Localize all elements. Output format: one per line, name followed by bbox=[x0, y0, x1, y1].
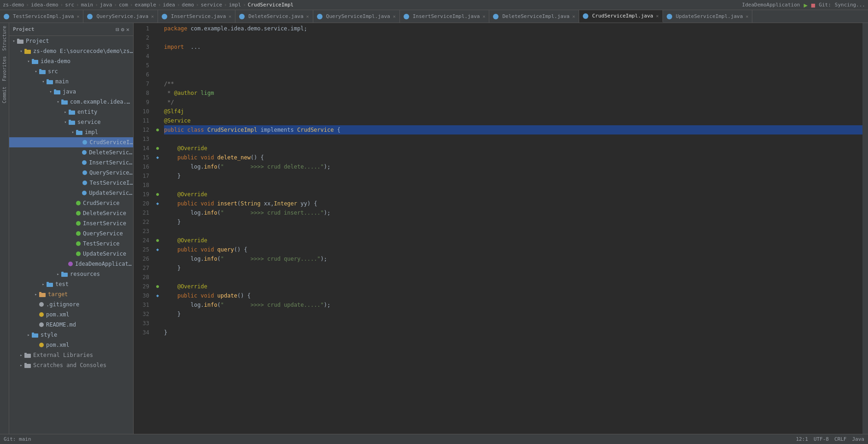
code-line[interactable]: @Override bbox=[164, 236, 862, 245]
tree-item-readme.md[interactable]: README.md bbox=[9, 320, 133, 330]
code-content[interactable]: package com.example.idea.demo.service.im… bbox=[162, 23, 862, 434]
code-line[interactable]: public class CrudServiceImpl implements … bbox=[164, 125, 862, 134]
tree-item-crudserviceimpl[interactable]: CrudServiceImpl bbox=[9, 137, 133, 147]
breadcrumb-main[interactable]: main bbox=[81, 2, 94, 8]
tab-deleteserviceimpl[interactable]: DeleteServiceImpl.java ✕ bbox=[489, 10, 579, 23]
collapse-all-icon[interactable]: ⊟ bbox=[116, 26, 119, 33]
tree-item-style[interactable]: ▸style bbox=[9, 330, 133, 340]
tab-insertservice[interactable]: InsertService.java ✕ bbox=[158, 10, 235, 23]
tab-close-queryserviceimpl[interactable]: ✕ bbox=[393, 14, 396, 19]
tree-item-queryserviceimpl[interactable]: QueryServiceImpl bbox=[9, 168, 133, 178]
code-line[interactable]: log.info(" >>>> crud update....."); bbox=[164, 300, 862, 310]
breadcrumb-idea[interactable]: idea bbox=[163, 2, 175, 8]
tab-updateserviceimpl[interactable]: UpdateServiceImpl.java ✕ bbox=[663, 10, 753, 23]
tab-queryserviceimpl[interactable]: QueryServiceImpl.java ✕ bbox=[313, 10, 400, 23]
breadcrumb-java[interactable]: java bbox=[100, 2, 112, 8]
code-line[interactable]: import ... bbox=[164, 42, 862, 52]
line-sep-indicator[interactable]: CRLF bbox=[834, 436, 847, 442]
run-config-name[interactable]: IdeaDemoApplication bbox=[742, 2, 800, 8]
code-line[interactable] bbox=[164, 319, 862, 328]
tree-item-src[interactable]: ▾src bbox=[9, 66, 133, 76]
tree-item-updateservice[interactable]: UpdateService bbox=[9, 249, 133, 259]
stop-button[interactable]: ■ bbox=[811, 1, 815, 9]
tab-insertserviceimpl[interactable]: InsertServiceImpl.java ✕ bbox=[400, 10, 490, 23]
code-line[interactable] bbox=[164, 227, 862, 236]
code-line[interactable] bbox=[164, 273, 862, 282]
tree-item-com.example.idea.dem[interactable]: ▾com.example.idea.demo bbox=[9, 97, 133, 107]
code-line[interactable]: log.info(" >>>> crud insert....."); bbox=[164, 208, 862, 217]
code-line[interactable]: @Override bbox=[164, 282, 862, 291]
settings-icon[interactable]: ⚙ bbox=[121, 26, 124, 33]
tree-item-insertservice[interactable]: InsertService bbox=[9, 218, 133, 228]
tree-item-pom.xml[interactable]: pom.xml bbox=[9, 340, 133, 350]
tab-crudserviceimpl[interactable]: CrudServiceImpl.java ✕ bbox=[579, 10, 663, 23]
tree-item-test[interactable]: ▸test bbox=[9, 279, 133, 289]
code-line[interactable]: log.info(" >>>> crud delete....."); bbox=[164, 162, 862, 171]
breadcrumb-zsdemo[interactable]: zs-demo bbox=[3, 2, 24, 8]
code-line[interactable] bbox=[164, 134, 862, 144]
tab-close-insertservice[interactable]: ✕ bbox=[229, 14, 231, 19]
tab-close-testserviceimpl[interactable]: ✕ bbox=[76, 14, 79, 19]
code-line[interactable] bbox=[164, 181, 862, 190]
tree-item-main[interactable]: ▾main bbox=[9, 76, 133, 87]
code-line[interactable]: @Override bbox=[164, 144, 862, 153]
breadcrumb-example[interactable]: example bbox=[135, 2, 156, 8]
tab-close-queryservice[interactable]: ✕ bbox=[151, 14, 154, 19]
tree-item-project[interactable]: ▾Project bbox=[9, 36, 133, 46]
tree-item-target[interactable]: ▸target bbox=[9, 289, 133, 299]
tab-close-crudserviceimpl[interactable]: ✕ bbox=[656, 13, 659, 18]
tree-item-entity[interactable]: ▸entity bbox=[9, 107, 133, 117]
tab-deleteservice[interactable]: DeleteService.java ✕ bbox=[235, 10, 313, 23]
code-line[interactable]: public void query() { bbox=[164, 245, 862, 254]
code-line[interactable]: */ bbox=[164, 98, 862, 107]
favorites-panel-toggle[interactable]: Favorites bbox=[1, 53, 8, 84]
line-col-indicator[interactable]: 12:1 bbox=[796, 436, 808, 442]
code-line[interactable]: /** bbox=[164, 79, 862, 88]
git-status[interactable]: Git: main bbox=[4, 436, 31, 442]
breadcrumb-demo[interactable]: demo bbox=[182, 2, 194, 8]
tree-item-resources[interactable]: ▸resources bbox=[9, 269, 133, 279]
tree-item-java[interactable]: ▾java bbox=[9, 87, 133, 97]
run-button[interactable]: ▶ bbox=[803, 1, 807, 9]
tab-testserviceimpl[interactable]: TestServiceImpl.java ✕ bbox=[0, 10, 83, 23]
code-line[interactable]: } bbox=[164, 217, 862, 227]
code-line[interactable] bbox=[164, 61, 862, 70]
tree-item-queryservice[interactable]: QueryService bbox=[9, 228, 133, 239]
tree-item-service[interactable]: ▾service bbox=[9, 117, 133, 127]
tree-item-ideademoapplication[interactable]: IdeaDemoApplication bbox=[9, 259, 133, 269]
tree-item-scratchesandconsoles[interactable]: ▸Scratches and Consoles bbox=[9, 360, 133, 370]
breadcrumb-ideademo[interactable]: idea-demo bbox=[31, 2, 59, 8]
code-line[interactable]: public void update() { bbox=[164, 291, 862, 300]
tree-item-deleteserviceimpl[interactable]: DeleteServiceImpl bbox=[9, 147, 133, 158]
code-line[interactable] bbox=[164, 52, 862, 61]
code-line[interactable]: } bbox=[164, 310, 862, 319]
tree-item-idea-demo[interactable]: ▾idea-demo bbox=[9, 56, 133, 66]
tree-item-testservice[interactable]: TestService bbox=[9, 239, 133, 249]
code-line[interactable]: @Override bbox=[164, 190, 862, 199]
tree-item-.gitignore[interactable]: .gitignore bbox=[9, 299, 133, 310]
code-line[interactable]: @Service bbox=[164, 116, 862, 125]
close-panel-icon[interactable]: ✕ bbox=[126, 26, 129, 33]
code-line[interactable]: public void insert(String xx,Integer yy)… bbox=[164, 199, 862, 208]
encoding-indicator[interactable]: UTF-8 bbox=[814, 436, 829, 442]
code-line[interactable] bbox=[164, 70, 862, 79]
tab-close-insertserviceimpl[interactable]: ✕ bbox=[482, 14, 485, 19]
tree-item-crudservice[interactable]: CrudService bbox=[9, 198, 133, 208]
code-line[interactable]: } bbox=[164, 171, 862, 181]
code-line[interactable] bbox=[164, 33, 862, 42]
code-line[interactable]: } bbox=[164, 328, 862, 337]
tree-item-pom.xml[interactable]: pom.xml bbox=[9, 310, 133, 320]
commit-panel-toggle[interactable]: Commit bbox=[1, 84, 8, 106]
tree-item-updateserviceimpl[interactable]: UpdateServiceImpl bbox=[9, 188, 133, 198]
code-line[interactable]: } bbox=[164, 263, 862, 273]
lang-indicator[interactable]: Java bbox=[852, 436, 865, 442]
tree-item-externallibraries[interactable]: ▸External Libraries bbox=[9, 350, 133, 360]
tab-queryservice[interactable]: QueryService.java ✕ bbox=[83, 10, 158, 23]
breadcrumb-com[interactable]: com bbox=[119, 2, 128, 8]
tab-close-deleteserviceimpl[interactable]: ✕ bbox=[572, 14, 575, 19]
code-line[interactable]: @Slf4j bbox=[164, 107, 862, 116]
tab-close-updateserviceimpl[interactable]: ✕ bbox=[745, 14, 748, 19]
scrollbar-overview[interactable] bbox=[862, 23, 868, 434]
breadcrumb-crudserviceimpl[interactable]: CrudServiceImpl bbox=[248, 2, 293, 8]
code-line[interactable]: package com.example.idea.demo.service.im… bbox=[164, 24, 862, 33]
